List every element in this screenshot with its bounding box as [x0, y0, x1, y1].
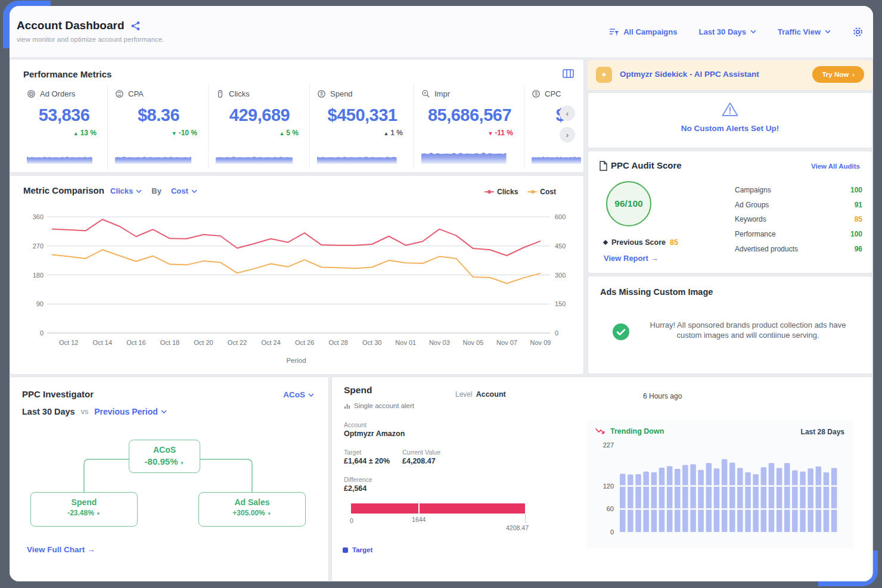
page-title: Account Dashboard — [17, 19, 125, 32]
carousel-next-button[interactable]: › — [560, 127, 575, 142]
audit-score-value: 96/100 — [614, 198, 642, 209]
metric-delta: ▼-10 % — [115, 129, 202, 137]
legend-item-cost[interactable]: Cost — [527, 188, 556, 196]
target-marker — [418, 503, 420, 514]
arrow-right-icon: › — [852, 71, 855, 78]
ppc-audit-title: PPC Audit Score — [611, 160, 682, 170]
metric-card-cpc[interactable]: $CPC$ — [524, 85, 581, 169]
trend-subpanel: Trending Down Last 28 Days 227060120 — [586, 420, 854, 549]
metric-comparison-title: Metric Comparison — [23, 185, 104, 195]
svg-text:Oct 16: Oct 16 — [126, 339, 145, 346]
difference-value: £2,564 — [344, 484, 367, 493]
campaign-filter[interactable]: All Campaigns — [609, 27, 677, 36]
chevron-down-icon — [308, 393, 314, 397]
svg-text:270: 270 — [33, 242, 44, 250]
metric-card-impr[interactable]: Impr85,686,567▼-11 % — [414, 85, 524, 169]
metric-value: 53,836 — [27, 105, 101, 125]
view-mode-dropdown[interactable]: Traffic View — [778, 27, 831, 36]
audit-row-label: Advertised products — [735, 245, 798, 253]
target-value: £1,644 ± 20% — [344, 457, 390, 465]
metric-card-cpa[interactable]: CPA$8.36▼-10 % — [107, 85, 208, 169]
svg-text:180: 180 — [33, 272, 44, 279]
app-window: Account Dashboard view monitor and optim… — [0, 0, 882, 588]
tree-node-spend[interactable]: Spend -23.48%▼ — [30, 492, 138, 527]
current-value: £4,208.47 — [402, 457, 436, 465]
chevron-down-icon — [136, 189, 142, 193]
down-triangle-icon: ▼ — [172, 130, 177, 136]
chevron-down-icon — [161, 410, 167, 413]
columns-layout-icon[interactable] — [563, 69, 574, 78]
audit-row-keywords: Keywords85 — [735, 212, 862, 227]
target-icon — [27, 89, 36, 98]
audit-row-label: Campaigns — [735, 186, 771, 194]
metric-label: CPC — [545, 89, 561, 98]
settings-gear-icon[interactable] — [852, 26, 864, 38]
previous-score-value: 85 — [670, 238, 678, 247]
svg-text:Nov 05: Nov 05 — [462, 339, 483, 346]
legend-item-clicks[interactable]: Clicks — [485, 188, 518, 196]
audit-row-advertised-products: Advertised products96 — [735, 241, 862, 256]
svg-text:Oct 22: Oct 22 — [228, 339, 247, 346]
tree-node-ad-sales[interactable]: Ad Sales +305.00%▼ — [198, 492, 306, 527]
view-all-audits-link[interactable]: View All Audits — [811, 163, 860, 170]
metric-label: Spend — [330, 89, 353, 98]
svg-text:Oct 12: Oct 12 — [59, 339, 78, 346]
spend-progress-bar — [351, 503, 525, 514]
investigator-metric-label: ACoS — [283, 390, 305, 399]
dollar-circle-icon: $ — [532, 89, 541, 98]
custom-alerts-panel: No Custom Alerts Set Up! — [588, 92, 872, 148]
svg-text:Oct 30: Oct 30 — [362, 339, 381, 346]
comparison-line-chart: 0901802703600150300450600Oct 12Oct 14Oct… — [10, 207, 585, 372]
chevron-down-icon — [191, 189, 197, 193]
compare-period-dropdown[interactable]: Previous Period — [94, 407, 167, 416]
target-legend[interactable]: Target — [343, 546, 372, 553]
investigator-metric-dropdown[interactable]: ACoS — [283, 390, 314, 399]
audit-row-label: Ad Groups — [735, 201, 769, 209]
tree-node-acos[interactable]: ACoS -80.95%▼ — [129, 440, 200, 473]
chevron-down-icon — [825, 30, 831, 33]
view-report-link[interactable]: View Report → — [604, 254, 659, 263]
audit-row-value: 85 — [855, 215, 862, 223]
share-icon[interactable] — [131, 21, 141, 31]
audit-row-value: 100 — [850, 186, 862, 194]
ads-missing-message: Hurray! All sponsored brands product col… — [639, 321, 856, 341]
date-range-dropdown[interactable]: Last 30 Days — [698, 27, 756, 36]
svg-text:Nov 01: Nov 01 — [395, 339, 416, 346]
tree-node-label: Spend — [31, 497, 137, 507]
svg-text:600: 600 — [555, 213, 566, 220]
view-mode-label: Traffic View — [778, 27, 821, 36]
view-full-chart-link[interactable]: View Full Chart → — [27, 545, 95, 554]
metric-delta: ▼-11 % — [421, 129, 518, 137]
level-value: Account — [476, 390, 506, 399]
metric-card-spend[interactable]: $Spend$450,331▲1 % — [309, 85, 414, 169]
audit-row-ad-groups: Ad Groups91 — [735, 198, 862, 213]
metric-label: Clicks — [229, 89, 250, 98]
metric-b-dropdown[interactable]: Cost — [171, 186, 197, 195]
diamond-icon — [603, 240, 608, 245]
metric-sparkline — [421, 151, 507, 164]
svg-text:300: 300 — [555, 272, 566, 279]
audit-row-campaigns: Campaigns100 — [735, 183, 862, 198]
caret-down-icon: ▼ — [96, 511, 101, 517]
metric-value: $450,331 — [317, 105, 408, 125]
magnifier-icon — [421, 89, 430, 98]
audit-document-icon — [599, 161, 608, 171]
alert-type-label: Single account alert — [354, 402, 414, 409]
try-now-button[interactable]: Try Now › — [812, 66, 864, 83]
metric-card-clicks[interactable]: Clicks429,689▲5 % — [208, 85, 309, 169]
up-triangle-icon: ▲ — [279, 130, 284, 136]
page-subtitle: view monitor and optimize account perfor… — [17, 36, 164, 43]
audit-row-performance: Performance100 — [735, 227, 862, 242]
metric-card-ad-orders[interactable]: Ad Orders53,836▲13 % — [20, 85, 107, 169]
previous-score-label: Previous Score — [611, 238, 666, 247]
ppc-investigator-panel: PPC Investigator ACoS Last 30 Days vs Pr… — [10, 377, 329, 581]
svg-text:Nov 07: Nov 07 — [496, 339, 517, 346]
metric-a-dropdown[interactable]: Clicks — [110, 186, 142, 195]
by-label: By — [151, 186, 162, 195]
metric-label: CPA — [128, 89, 144, 98]
legend-line-dot-icon — [527, 191, 537, 193]
tree-node-label: ACoS — [129, 445, 200, 455]
carousel-prev-button[interactable]: ‹ — [560, 105, 575, 121]
audit-row-value: 91 — [855, 201, 862, 209]
date-range-label: Last 30 Days — [698, 27, 746, 36]
